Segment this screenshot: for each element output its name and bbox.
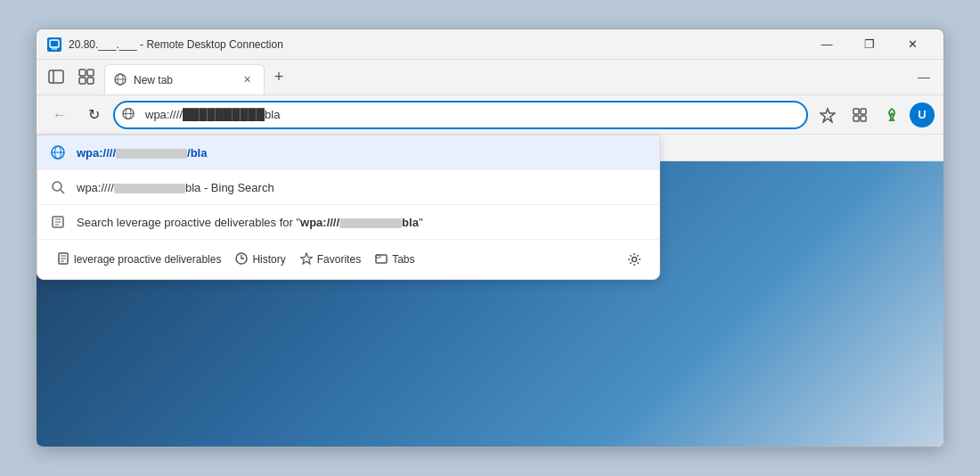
footer-leverage-label: leverage proactive deliverables	[74, 253, 221, 266]
svg-rect-3	[79, 70, 86, 76]
svg-rect-5	[79, 78, 86, 84]
extensions-button[interactable]	[878, 101, 906, 129]
dropdown-url-item[interactable]: wpa://///bla	[37, 135, 659, 169]
dropdown-panel: wpa://///bla wpa:////bla - Bing Search	[37, 135, 660, 280]
svg-rect-0	[50, 40, 59, 47]
tab-bar-minimize[interactable]: —	[911, 64, 936, 89]
dropdown-globe-icon	[50, 144, 66, 160]
svg-point-36	[633, 258, 637, 262]
svg-rect-6	[87, 78, 94, 84]
footer-history-item[interactable]: History	[228, 248, 292, 272]
dropdown-search-item[interactable]: wpa:////bla - Bing Search	[37, 170, 659, 204]
svg-marker-33	[300, 253, 312, 264]
nav-bar: ← ↻ U	[37, 95, 943, 135]
footer-history-label: History	[252, 253, 285, 266]
tab-title: New tab	[134, 74, 233, 86]
svg-rect-17	[861, 116, 866, 121]
svg-rect-1	[49, 70, 63, 83]
title-bar: 20.80.___.___ - Remote Desktop Connectio…	[37, 29, 943, 60]
svg-rect-34	[376, 255, 387, 263]
svg-line-23	[61, 190, 64, 193]
svg-point-22	[53, 182, 61, 191]
rdp-icon	[47, 37, 61, 52]
footer-favorites-icon	[300, 252, 313, 267]
collections-button[interactable]	[845, 101, 874, 129]
nav-right-buttons: U	[813, 101, 935, 129]
new-tab-button[interactable]: +	[266, 64, 291, 89]
profile-avatar[interactable]: U	[910, 103, 935, 127]
window-controls: — ❐ ✕	[806, 29, 933, 60]
footer-tabs-item[interactable]: Tabs	[368, 248, 421, 272]
dropdown-footer: leverage proactive deliverables History …	[37, 240, 659, 279]
svg-marker-13	[821, 109, 835, 122]
sidebar-toggle-button[interactable]	[44, 64, 69, 89]
footer-tabs-icon	[375, 252, 388, 267]
favorites-button[interactable]	[813, 101, 842, 129]
back-button[interactable]: ←	[45, 101, 74, 129]
tab-favicon-icon	[114, 73, 128, 87]
svg-rect-16	[853, 116, 859, 121]
close-button[interactable]: ✕	[892, 29, 933, 60]
footer-leverage-item[interactable]: leverage proactive deliverables	[50, 248, 228, 272]
dropdown-url-text: wpa://///bla	[77, 146, 647, 160]
tab-bar-left	[44, 64, 99, 94]
maximize-button[interactable]: ❐	[849, 29, 890, 60]
footer-favorites-label: Favorites	[317, 253, 361, 266]
footer-tabs-label: Tabs	[392, 253, 414, 266]
dropdown-history-item[interactable]: Search leverage proactive deliverables f…	[37, 205, 659, 239]
browser-window: 20.80.___.___ - Remote Desktop Connectio…	[36, 29, 944, 447]
dropdown-search-icon	[50, 179, 66, 195]
tab-bar: New tab ✕ + —	[37, 60, 943, 95]
tab-overview-button[interactable]	[74, 64, 99, 89]
window-title: 20.80.___.___ - Remote Desktop Connectio…	[69, 38, 799, 51]
footer-page-icon	[57, 252, 69, 267]
svg-point-18	[891, 112, 894, 115]
minimize-button[interactable]: —	[806, 29, 847, 60]
footer-settings-button[interactable]	[622, 247, 647, 272]
footer-favorites-item[interactable]: Favorites	[293, 248, 368, 272]
dropdown-history-icon	[50, 214, 66, 230]
dropdown-history-text: Search leverage proactive deliverables f…	[77, 216, 647, 229]
svg-rect-15	[861, 109, 866, 114]
address-bar-container	[113, 101, 808, 129]
active-tab[interactable]: New tab ✕	[104, 64, 265, 94]
svg-rect-14	[853, 109, 859, 114]
address-dropdown: wpa://///bla wpa:////bla - Bing Search	[37, 135, 943, 280]
refresh-button[interactable]: ↻	[79, 101, 108, 129]
dropdown-search-text: wpa:////bla - Bing Search	[77, 181, 647, 194]
footer-history-icon	[235, 252, 248, 267]
svg-rect-4	[87, 70, 94, 76]
tab-close-button[interactable]: ✕	[239, 72, 255, 88]
address-input[interactable]	[113, 101, 808, 129]
